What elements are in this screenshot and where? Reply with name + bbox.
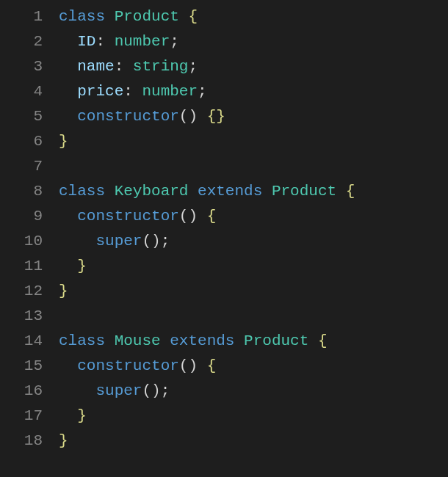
indent [59,258,77,274]
line-number: 18 [0,429,43,454]
code-line[interactable]: super(); [59,379,448,404]
line-number: 9 [0,204,43,229]
code-line[interactable]: class Mouse extends Product { [59,329,448,354]
line-number: 12 [0,279,43,304]
brace-open: { [207,357,217,374]
brace-open: { [207,208,217,225]
class-name: Mouse [115,332,161,349]
line-number: 4 [0,79,43,104]
space [161,332,170,349]
brace-open: { [188,8,198,25]
line-number: 16 [0,379,43,404]
property-name: ID [77,33,95,50]
brace-close: } [59,432,68,449]
keyword-class: class [59,8,105,25]
brace-close: } [77,258,87,274]
keyword-extends: extends [170,332,234,349]
code-area[interactable]: class Product { ID: number; name: string… [59,0,448,477]
keyword-super: super [95,382,142,399]
keyword-extends: extends [198,183,262,200]
semicolon: ; [198,83,207,100]
type-name: number [115,33,170,50]
code-line[interactable]: } [59,404,448,429]
line-number: 13 [0,304,43,329]
code-line[interactable]: } [59,254,448,279]
code-line[interactable]: name: string; [59,54,448,79]
line-number: 17 [0,404,43,429]
colon: : [115,58,124,75]
space [198,357,207,374]
space [133,83,142,100]
line-number: 6 [0,129,43,154]
line-number: 8 [0,179,43,204]
line-number: 5 [0,104,43,129]
parens: () [142,233,160,250]
class-name: Keyboard [115,183,189,200]
code-line[interactable]: class Keyboard extends Product { [59,179,448,204]
line-number: 3 [0,54,43,79]
indent [59,108,77,125]
code-line[interactable]: ID: number; [59,29,448,54]
code-line[interactable]: price: number; [59,79,448,104]
keyword-class: class [59,183,105,200]
type-name: string [133,58,189,75]
class-name: Product [244,332,308,349]
brace-close: } [77,407,87,424]
indent [59,83,77,100]
indent [59,33,77,50]
semicolon: ; [170,33,179,50]
indent [59,382,95,399]
space [123,58,133,75]
keyword-constructor: constructor [77,108,179,125]
brace-close: } [59,283,68,299]
code-line[interactable]: super(); [59,229,448,254]
space [198,108,207,125]
space [105,332,115,349]
code-editor[interactable]: 1 2 3 4 5 6 7 8 9 10 11 12 13 14 15 16 1… [0,0,448,477]
semicolon: ; [188,58,198,75]
line-number: 10 [0,229,43,254]
code-line[interactable]: class Product { [59,4,448,29]
space [105,33,115,50]
line-number-gutter: 1 2 3 4 5 6 7 8 9 10 11 12 13 14 15 16 1… [0,0,59,477]
code-line[interactable]: constructor() { [59,354,448,379]
space [198,208,207,225]
line-number: 2 [0,29,43,54]
class-name: Product [272,183,336,200]
braces-empty: {} [207,108,225,125]
line-number: 14 [0,329,43,354]
brace-open: { [318,332,328,349]
property-name: name [77,58,114,75]
line-number: 15 [0,354,43,379]
colon: : [123,83,133,100]
indent [59,233,95,250]
line-number: 1 [0,4,43,29]
indent [59,58,77,75]
parens: () [179,208,198,225]
code-line[interactable]: } [59,429,448,454]
line-number: 7 [0,154,43,179]
space [262,183,272,200]
space [188,183,198,200]
keyword-super: super [95,233,142,250]
code-line[interactable]: constructor() { [59,204,448,229]
keyword-constructor: constructor [77,208,179,225]
parens: () [142,382,160,399]
indent [59,357,77,374]
semicolon: ; [161,233,170,250]
brace-open: { [346,183,355,200]
code-line[interactable]: } [59,279,448,304]
keyword-class: class [59,332,105,349]
type-name: number [142,83,198,100]
code-line[interactable]: } [59,129,448,154]
line-number: 11 [0,254,43,279]
code-line[interactable] [59,154,448,179]
keyword-constructor: constructor [77,357,179,374]
colon: : [95,33,105,50]
parens: () [179,108,198,125]
brace-close: } [59,133,68,150]
code-line[interactable]: constructor() {} [59,104,448,129]
code-line[interactable] [59,304,448,329]
class-name: Product [115,8,179,25]
space [179,8,189,25]
